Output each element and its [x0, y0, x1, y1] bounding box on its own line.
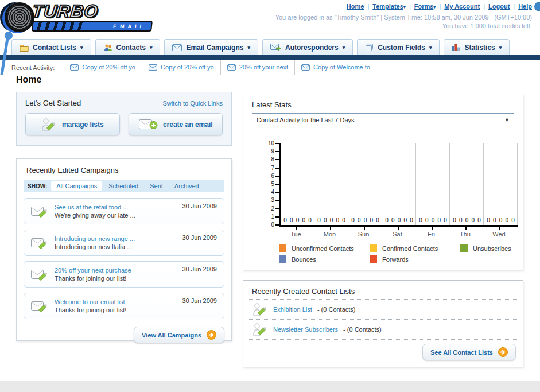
person-pencil-icon — [252, 302, 268, 316]
stats-period-select[interactable]: Contact Activity for the Last 7 Days ▼ — [252, 113, 514, 126]
legend-label: Unsubscribes — [473, 245, 511, 252]
y-tick-label: 8 — [262, 156, 274, 162]
y-tick-label: 6 — [262, 173, 274, 179]
campaign-text: See us at the retail food ...We're givin… — [55, 204, 135, 219]
campaign-text: 20% off your next purchaseThanks for joi… — [55, 267, 131, 282]
contact-list-name-link[interactable]: Exhibition List — [273, 306, 312, 313]
person-pencil-icon — [41, 118, 57, 131]
value-label: 0 — [493, 217, 496, 224]
header-nav-links: Home|Templates ▾|Forms ▾|My Account|Logo… — [275, 3, 532, 10]
y-tick-label: 2 — [262, 205, 274, 212]
tab-email-campaigns[interactable]: Email Campaigns▾ — [164, 39, 258, 55]
legend-item: Unsubscribes — [460, 244, 511, 252]
x-tick — [465, 227, 467, 230]
pages-icon — [365, 44, 374, 52]
filter-scheduled[interactable]: Scheduled — [103, 181, 143, 191]
header-link-my-account[interactable]: My Account — [444, 3, 480, 10]
campaign-date: 30 Jun 2009 — [182, 203, 217, 209]
campaign-card[interactable]: Welcome to our email listThanks for join… — [24, 293, 224, 319]
person-pencil-icon — [252, 323, 268, 336]
contact-list-name-link[interactable]: Newsletter Subscribers — [273, 326, 338, 333]
value-label: 0 — [376, 217, 379, 224]
campaign-title-link[interactable]: Welcome to our email list — [55, 298, 126, 305]
app-logo[interactable]: TURBO EMAIL — [5, 2, 152, 32]
header-link-help[interactable]: Help — [518, 3, 532, 10]
tab-contacts[interactable]: Contacts▾ — [95, 39, 161, 55]
switch-quick-links-link[interactable]: Switch to Quick Links — [162, 100, 223, 107]
campaign-title-link[interactable]: See us at the retail food ... — [55, 204, 135, 211]
contact-list-item[interactable]: Exhibition List - (0 Contacts) — [248, 299, 518, 319]
recent-activity-item[interactable]: Copy of Welcome to — [294, 60, 376, 75]
value-label: 0 — [330, 217, 333, 224]
recent-activity-item[interactable]: Copy of 20% off yo — [64, 60, 142, 75]
gridline — [415, 143, 416, 225]
envelope-pencil-icon — [30, 235, 48, 250]
logo-stripes — [33, 22, 87, 30]
filter-all-campaigns[interactable]: All Campaigns — [51, 181, 102, 191]
campaign-card[interactable]: Introducing our new range ...Introducing… — [24, 230, 224, 256]
header-link-forms[interactable]: Forms ▾ — [414, 3, 436, 10]
recent-activity-item-label: 20% off your next — [239, 60, 288, 75]
tab-label: Email Campaigns — [186, 44, 243, 52]
recent-activity-item[interactable]: 20% off your next — [220, 60, 294, 75]
envelope-plus-icon — [138, 118, 158, 131]
recent-activity-item[interactable]: Copy of 20% off yo — [142, 60, 220, 75]
stats-period-value: Contact Activity for the Last 7 Days — [257, 117, 355, 123]
header: TURBO EMAIL Home|Templates ▾|Forms ▾|My … — [0, 0, 540, 37]
get-started-title: Let's Get Started — [25, 99, 81, 107]
turbo-engine-icon — [5, 2, 34, 32]
value-label: 0 — [370, 217, 373, 224]
logo-line1: TURBO — [31, 3, 153, 20]
navy-divider — [0, 55, 540, 60]
tab-custom-fields[interactable]: Custom Fields▾ — [357, 39, 440, 55]
chevron-down-icon: ▾ — [433, 5, 436, 10]
x-axis-label: Fri — [414, 231, 448, 238]
x-axis-label: Tue — [279, 231, 313, 238]
value-label: 0 — [336, 217, 339, 224]
see-all-contact-lists-button[interactable]: See All Contact Lists — [422, 344, 516, 360]
recent-activity-item-label: Copy of 20% off yo — [161, 60, 214, 75]
campaign-title-link[interactable]: Introducing our new range ... — [55, 235, 135, 242]
campaign-subtitle: Thanks for joining our list! — [55, 275, 131, 282]
campaign-card[interactable]: 20% off your next purchaseThanks for joi… — [24, 261, 224, 288]
x-tick — [364, 227, 365, 230]
tab-contact-lists[interactable]: Contact Lists▾ — [11, 39, 91, 55]
value-label: 0 — [398, 217, 401, 224]
manage-lists-button[interactable]: manage lists — [25, 113, 120, 135]
contact-lists-items: Exhibition List - (0 Contacts)Newsletter… — [248, 299, 518, 340]
value-labels-group: 00000 — [382, 217, 416, 224]
filter-sent[interactable]: Sent — [145, 181, 168, 191]
tab-autoresponders[interactable]: Autoresponders▾ — [262, 39, 353, 55]
view-all-campaigns-button[interactable]: View All Campaigns — [134, 327, 224, 343]
value-label: 0 — [477, 217, 481, 224]
filter-archived[interactable]: Archived — [169, 181, 204, 191]
create-an-email-button[interactable]: create an email — [129, 113, 223, 135]
nav-separator: | — [439, 3, 441, 10]
value-label: 0 — [487, 217, 490, 224]
value-label: 0 — [391, 217, 395, 224]
value-label: 0 — [296, 217, 300, 224]
campaign-title-link[interactable]: 20% off your next purchase — [55, 267, 131, 274]
legend-swatch — [370, 255, 377, 263]
recent-activity-items: Copy of 20% off yoCopy of 20% off yo20% … — [64, 60, 376, 75]
envelope-pencil-icon — [30, 204, 48, 219]
legend-swatch — [370, 244, 377, 252]
envelope-small-icon — [227, 64, 236, 71]
campaigns-panel: Recently Edited Campaigns SHOW: All Camp… — [16, 158, 232, 341]
campaign-filters: All CampaignsScheduledSentArchived — [51, 181, 204, 191]
contact-list-count: - (0 Contacts) — [317, 306, 356, 313]
contact-list-item[interactable]: Newsletter Subscribers - (0 Contacts) — [248, 319, 518, 339]
header-link-home[interactable]: Home — [347, 3, 364, 10]
envelope-small-icon — [149, 64, 157, 71]
tab-statistics[interactable]: Statistics▾ — [444, 39, 510, 55]
recent-activity-bar: Recent Activity: Copy of 20% off yoCopy … — [11, 60, 529, 75]
logo-email-bar: EMAIL — [32, 21, 153, 32]
header-link-logout[interactable]: Logout — [488, 3, 510, 10]
y-tick-label: 5 — [262, 181, 274, 187]
header-link-templates[interactable]: Templates ▾ — [372, 3, 406, 10]
tab-label: Custom Fields — [378, 44, 425, 52]
chevron-down-icon: ▾ — [429, 45, 432, 51]
contact-activity-chart: 0123456789100000000000000000000000000000… — [255, 140, 518, 240]
y-tick-label: 4 — [262, 189, 274, 195]
campaign-card[interactable]: See us at the retail food ...We're givin… — [24, 198, 224, 224]
